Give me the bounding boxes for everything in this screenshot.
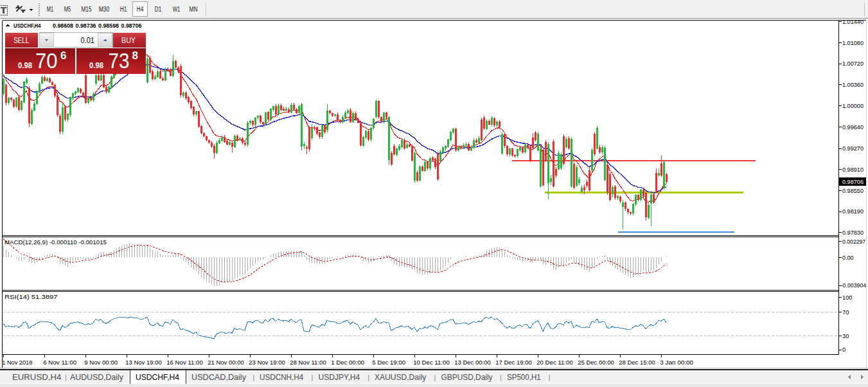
svg-text:0.99640: 0.99640 [842,123,864,130]
svg-text:13 Nov 19:00: 13 Nov 19:00 [125,359,162,366]
svg-text:6: 6 [60,50,66,62]
svg-text:0.98706: 0.98706 [121,22,142,29]
svg-text:1.01440: 1.01440 [842,18,864,25]
svg-text:5 Dec 19:00: 5 Dec 19:00 [372,359,405,366]
svg-text:1.00000: 1.00000 [842,102,864,109]
svg-text:70: 70 [842,309,849,316]
svg-text:0.98910: 0.98910 [842,166,864,173]
svg-text:H1: H1 [120,6,127,13]
svg-text:0.99270: 0.99270 [842,145,864,152]
svg-text:23 Nov 19:00: 23 Nov 19:00 [249,359,285,366]
svg-text:73: 73 [109,48,130,73]
svg-text:|: | [65,374,67,381]
svg-text:0: 0 [842,346,846,353]
svg-text:28 Nov 11:00: 28 Nov 11:00 [290,359,326,366]
svg-text:6 Nov 11:00: 6 Nov 11:00 [43,359,76,366]
svg-text:0.97830: 0.97830 [842,229,864,236]
svg-text:RSI(14) 51.3897: RSI(14) 51.3897 [4,293,58,300]
svg-text:0.98706: 0.98706 [842,178,864,185]
svg-text:1 Nov 2018: 1 Nov 2018 [2,359,32,366]
svg-text:17 Dec 19:00: 17 Dec 19:00 [495,359,532,366]
svg-text:25 Dec 00:00: 25 Dec 00:00 [578,359,614,366]
svg-text:|: | [500,374,502,381]
svg-text:M1: M1 [47,6,54,13]
svg-text:21 Nov 00:00: 21 Nov 00:00 [208,359,244,366]
svg-text:USDCHF,H4: USDCHF,H4 [13,22,41,29]
svg-text:20 Dec 11:00: 20 Dec 11:00 [536,359,573,366]
svg-text:8: 8 [132,50,138,62]
svg-text:0.98: 0.98 [89,60,103,70]
svg-text:30: 30 [842,332,849,339]
svg-text:M5: M5 [64,6,71,13]
svg-text:3 Jan 00:00: 3 Jan 00:00 [660,359,693,366]
svg-text:16 Nov 11:00: 16 Nov 11:00 [166,359,203,366]
svg-text:XAUUSD,Daily: XAUUSD,Daily [375,373,426,382]
svg-text:0.98550: 0.98550 [842,187,864,194]
svg-text:USDCHF,H4: USDCHF,H4 [136,373,179,382]
svg-text:0.002297: 0.002297 [842,238,865,245]
svg-text:13 Dec 00:00: 13 Dec 00:00 [454,359,491,366]
svg-text:0.98: 0.98 [18,60,32,70]
svg-text:M15: M15 [82,6,92,13]
svg-text:0.98608: 0.98608 [53,22,73,29]
svg-text:0.00: 0.00 [842,254,854,261]
svg-text:SP500,H1: SP500,H1 [507,373,541,382]
svg-text:10 Dec 11:00: 10 Dec 11:00 [413,359,450,366]
svg-text:1.00360: 1.00360 [842,81,864,88]
svg-text:0.98736: 0.98736 [76,22,96,29]
svg-text:EURUSD,H4: EURUSD,H4 [12,373,62,382]
svg-text:USDJPY,H4: USDJPY,H4 [319,373,360,382]
svg-text:MN: MN [190,6,198,13]
svg-text:|: | [368,374,369,381]
svg-text:0.98190: 0.98190 [842,208,864,215]
svg-text:0.98598: 0.98598 [98,22,119,29]
svg-text:BUY: BUY [121,36,136,45]
svg-text:28 Dec 15:00: 28 Dec 15:00 [619,359,655,366]
svg-text:M30: M30 [99,6,110,13]
svg-text:H4: H4 [137,6,144,13]
svg-text:|: | [312,374,314,381]
svg-text:|: | [253,374,255,381]
svg-text:GBPUSD,Daily: GBPUSD,Daily [441,373,493,382]
svg-text:0.01: 0.01 [81,35,95,45]
svg-text:MACD(12,26,9) -0.000110 -0.001: MACD(12,26,9) -0.000110 -0.001015 [4,239,107,246]
svg-text:W1: W1 [173,6,181,13]
svg-text:70: 70 [35,48,58,73]
svg-text:D1: D1 [155,6,162,13]
svg-text:9 Nov 00:00: 9 Nov 00:00 [84,359,118,366]
svg-text:1 Dec 00:00: 1 Dec 00:00 [331,359,364,366]
svg-text:USDCAD,Daily: USDCAD,Daily [191,373,246,382]
svg-text:|: | [434,374,436,381]
svg-text:SELL: SELL [13,36,29,45]
svg-text:-0.003904: -0.003904 [841,282,867,289]
svg-text:1.00720: 1.00720 [842,60,864,67]
svg-text:100: 100 [842,294,853,301]
svg-text:|: | [549,374,551,381]
svg-text:1.01080: 1.01080 [842,39,864,46]
svg-text:USDCNH,H4: USDCNH,H4 [260,373,304,382]
svg-text:AUDUSD,Daily: AUDUSD,Daily [70,373,123,382]
